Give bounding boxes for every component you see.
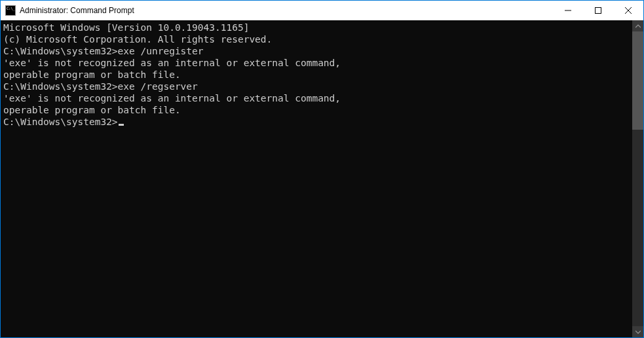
terminal-line: operable program or batch file. [3, 69, 630, 81]
terminal-line: C:\Windows\system32> [3, 116, 630, 128]
scroll-down-button[interactable] [632, 326, 643, 337]
cursor [119, 124, 124, 126]
svg-rect-0 [596, 8, 601, 14]
terminal-line: C:\Windows\system32>exe /regserver [3, 81, 630, 92]
chevron-up-icon [635, 24, 641, 29]
titlebar[interactable]: Administrator: Command Prompt [1, 1, 643, 20]
terminal-line: 'exe' is not recognized as an internal o… [3, 57, 630, 69]
maximize-icon [595, 7, 601, 14]
terminal-line: operable program or batch file. [3, 104, 630, 116]
window-controls [553, 1, 643, 20]
close-icon [625, 7, 632, 14]
minimize-button[interactable] [553, 1, 583, 20]
vertical-scrollbar[interactable] [632, 20, 643, 337]
maximize-button[interactable] [583, 1, 613, 20]
app-icon [5, 5, 16, 16]
terminal-output[interactable]: Microsoft Windows [Version 10.0.19043.11… [1, 20, 632, 337]
scroll-up-button[interactable] [632, 20, 643, 31]
window-frame: Administrator: Command Prompt Microsoft … [1, 1, 643, 337]
scrollbar-track[interactable] [632, 31, 643, 326]
close-button[interactable] [613, 1, 643, 20]
client-area: Microsoft Windows [Version 10.0.19043.11… [1, 20, 643, 337]
terminal-line: (c) Microsoft Corporation. All rights re… [3, 33, 630, 45]
chevron-down-icon [635, 329, 641, 335]
terminal-line: C:\Windows\system32>exe /unregister [3, 45, 630, 57]
terminal-line: Microsoft Windows [Version 10.0.19043.11… [3, 22, 630, 33]
scrollbar-thumb[interactable] [632, 31, 643, 130]
minimize-icon [565, 7, 571, 14]
window-title: Administrator: Command Prompt [20, 6, 553, 15]
terminal-line: 'exe' is not recognized as an internal o… [3, 92, 630, 104]
